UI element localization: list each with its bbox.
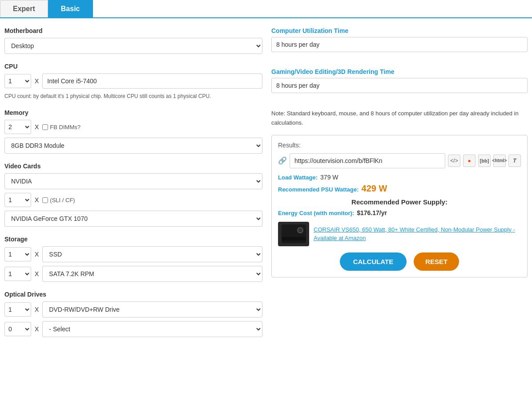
memory-label: Memory	[4, 109, 262, 116]
results-url-row: 🔗 </> ● [bb] <html> T	[278, 153, 521, 168]
optical-x-1-label: X	[35, 306, 39, 313]
gaming-input[interactable]	[271, 78, 528, 93]
product-image	[278, 222, 309, 246]
storage-type-2-select[interactable]: SSD SATA 7.2K RPM SATA 5.4K RPM NVMe SSD	[42, 266, 262, 282]
video-x-label: X	[35, 196, 39, 204]
video-cards-section: Video Cards NVIDIA AMD Intel 1234 X (SLI…	[4, 163, 262, 227]
cpu-count-select[interactable]: 1234	[4, 74, 31, 88]
optical-type-2-select[interactable]: - Select DVD-RW/DVD+RW Drive Blu-ray Dri…	[42, 321, 262, 337]
optical-drives-label: Optical Drives	[4, 291, 262, 298]
motherboard-section: Motherboard Desktop Server Mini-ITX	[4, 27, 262, 54]
video-cards-label: Video Cards	[4, 163, 262, 170]
tab-basic[interactable]: Basic	[48, 0, 93, 17]
psu-shape	[282, 224, 306, 243]
video-model-select[interactable]: NVIDIA GeForce GTX 1060 NVIDIA GeForce G…	[4, 211, 262, 227]
storage-row-2: 1234 X SSD SATA 7.2K RPM SATA 5.4K RPM N…	[4, 266, 262, 282]
storage-row-1: 1234 X SSD SATA 7.2K RPM SATA 5.4K RPM N…	[4, 246, 262, 262]
storage-x-2-label: X	[35, 270, 39, 277]
code-icon-btn[interactable]: </>	[448, 155, 460, 167]
memory-count-select[interactable]: 1234	[4, 120, 31, 134]
text-icon-btn[interactable]: T	[508, 155, 521, 167]
cpu-model-input[interactable]	[42, 73, 262, 89]
motherboard-label: Motherboard	[4, 27, 262, 34]
tab-expert[interactable]: Expert	[0, 0, 48, 17]
load-wattage-row: Load Wattage: 379 W	[278, 174, 521, 181]
code-icon: </>	[450, 158, 458, 164]
utilization-section: Computer Utilization Time	[271, 27, 528, 59]
html-icon: <html>	[492, 158, 507, 163]
recommended-psu-label: Recommended PSU Wattage:	[278, 186, 359, 193]
sli-cf-checkbox[interactable]	[42, 197, 48, 203]
memory-module-select[interactable]: 4GB DDR3 Module 8GB DDR3 Module 16GB DDR…	[4, 138, 262, 154]
results-title: Results:	[278, 142, 521, 149]
link-icon: 🔗	[278, 156, 287, 165]
fb-dimms-label: FB DIMMs?	[42, 124, 81, 130]
reddit-icon: ●	[468, 158, 471, 164]
recommended-psu-row: Recommended PSU Wattage: 429 W	[278, 183, 521, 194]
storage-label: Storage	[4, 236, 262, 243]
calculate-button[interactable]: CALCULATE	[340, 252, 407, 271]
bb-icon: [bb]	[480, 158, 489, 163]
button-row: CALCULATE RESET	[278, 252, 521, 271]
energy-label: Energy Cost (with monitor):	[278, 210, 354, 216]
gaming-section: Gaming/Video Editing/3D Rendering Time	[271, 68, 528, 100]
motherboard-select[interactable]: Desktop Server Mini-ITX	[4, 38, 262, 54]
optical-count-1-select[interactable]: 0 1234	[4, 302, 31, 317]
reddit-icon-btn[interactable]: ●	[463, 155, 476, 167]
memory-x-label: X	[35, 123, 39, 130]
energy-value: $176.17/yr	[357, 209, 387, 216]
memory-row: 1234 X FB DIMMs?	[4, 120, 262, 134]
gaming-label: Gaming/Video Editing/3D Rendering Time	[271, 68, 528, 75]
video-count-row: 1234 X (SLI / CF)	[4, 193, 262, 207]
product-row: CORSAIR VS650, 650 Watt, 80+ White Certi…	[278, 222, 521, 246]
load-wattage-value: 379 W	[320, 174, 338, 181]
storage-section: Storage 1234 X SSD SATA 7.2K RPM SATA 5.…	[4, 236, 262, 282]
cpu-section: CPU 1234 X CPU count: by default it's 1 …	[4, 63, 262, 100]
fb-dimms-checkbox[interactable]	[42, 124, 48, 130]
html-icon-btn[interactable]: <html>	[493, 155, 506, 167]
main-layout: Motherboard Desktop Server Mini-ITX CPU …	[0, 18, 532, 346]
note-text: Note: Standard keyboard, mouse, and 8 ho…	[271, 109, 528, 128]
storage-x-1-label: X	[35, 251, 39, 258]
optical-x-2-label: X	[35, 326, 39, 333]
cpu-label: CPU	[4, 63, 262, 70]
storage-count-1-select[interactable]: 1234	[4, 247, 31, 261]
video-count-select[interactable]: 1234	[4, 193, 31, 207]
utilization-label: Computer Utilization Time	[271, 27, 528, 34]
storage-type-1-select[interactable]: SSD SATA 7.2K RPM SATA 5.4K RPM NVMe SSD	[42, 246, 262, 262]
results-url-input[interactable]	[290, 153, 445, 168]
optical-count-2-select[interactable]: 0 1234	[4, 322, 31, 336]
optical-type-1-select[interactable]: - Select DVD-RW/DVD+RW Drive Blu-ray Dri…	[42, 301, 262, 318]
optical-row-1: 0 1234 X - Select DVD-RW/DVD+RW Drive Bl…	[4, 301, 262, 318]
tab-bar: Expert Basic	[0, 0, 532, 18]
recommended-psu-value: 429 W	[362, 183, 387, 194]
product-link[interactable]: CORSAIR VS650, 650 Watt, 80+ White Certi…	[314, 225, 521, 243]
results-box: Results: 🔗 </> ● [bb] <html> T Load Watt…	[271, 135, 528, 277]
cpu-x-label: X	[35, 77, 39, 85]
reset-button[interactable]: RESET	[414, 252, 459, 271]
optical-drives-section: Optical Drives 0 1234 X - Select DVD-RW/…	[4, 291, 262, 337]
cpu-hint: CPU count: by default it's 1 physical ch…	[4, 92, 262, 100]
storage-count-2-select[interactable]: 1234	[4, 267, 31, 281]
memory-section: Memory 1234 X FB DIMMs? 4GB DDR3 Module …	[4, 109, 262, 154]
text-icon: T	[513, 158, 516, 164]
recommended-ps-title: Recommended Power Supply:	[278, 198, 521, 206]
left-panel: Motherboard Desktop Server Mini-ITX CPU …	[4, 27, 262, 346]
cpu-row: 1234 X	[4, 73, 262, 89]
load-wattage-label: Load Wattage:	[278, 174, 318, 181]
bb-icon-btn[interactable]: [bb]	[478, 155, 491, 167]
sli-cf-label: (SLI / CF)	[42, 197, 75, 204]
optical-row-2: 0 1234 X - Select DVD-RW/DVD+RW Drive Bl…	[4, 321, 262, 337]
right-panel: Computer Utilization Time Gaming/Video E…	[271, 27, 528, 346]
energy-row: Energy Cost (with monitor): $176.17/yr	[278, 209, 521, 216]
video-brand-select[interactable]: NVIDIA AMD Intel	[4, 173, 262, 189]
utilization-input[interactable]	[271, 37, 528, 52]
